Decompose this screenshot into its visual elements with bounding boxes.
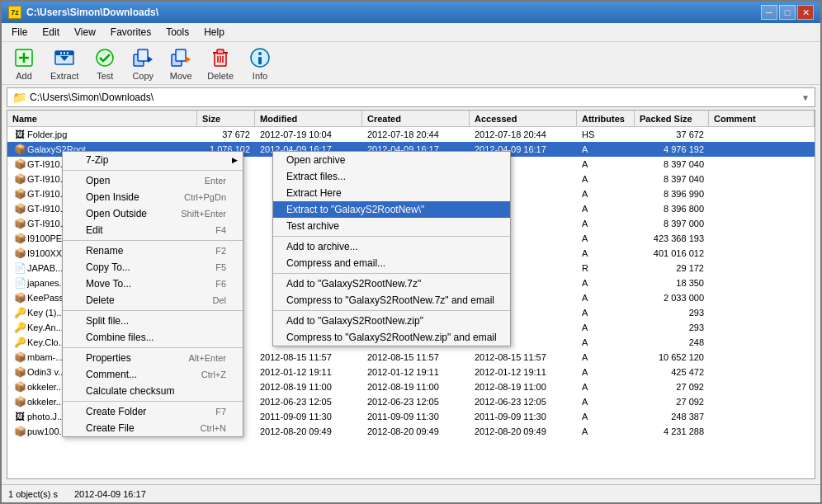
toolbar: Add Extract Test [2, 42, 820, 85]
file-comment [709, 223, 815, 224]
file-icon: 🖼 [12, 409, 27, 424]
main-window: 7z C:\Users\Simon\Downloads\ ─ □ ✕ File … [0, 0, 822, 504]
context-menu-shortcut: Del [212, 295, 226, 305]
col-header-packed[interactable]: Packed Size [635, 111, 709, 126]
context-menu: 7-ZipOpenEnterOpen InsideCtrl+PgDnOpen O… [62, 151, 243, 437]
context-menu-shortcut: F7 [215, 407, 226, 417]
file-packed: 29 172 [635, 262, 709, 274]
file-comment [709, 178, 815, 180]
context-menu-item[interactable]: OpenEnter [63, 172, 243, 189]
close-button[interactable]: ✕ [797, 5, 814, 20]
file-attr: A [577, 426, 635, 437]
submenu-item[interactable]: Extract Here [273, 185, 510, 201]
menu-view[interactable]: View [68, 25, 102, 40]
context-menu-item[interactable]: Calculate checksum [63, 383, 243, 399]
move-label: Move [170, 71, 192, 81]
menu-favorites[interactable]: Favorites [104, 25, 158, 40]
minimize-button[interactable]: ─ [761, 5, 777, 20]
context-menu-item[interactable]: Comment...Ctrl+Z [63, 366, 243, 383]
context-menu-item[interactable]: Split file... [63, 313, 243, 329]
context-menu-item[interactable]: Combine files... [63, 329, 243, 346]
file-comment [709, 193, 815, 195]
file-comment [709, 401, 815, 403]
address-dropdown-icon[interactable]: ▼ [801, 93, 810, 102]
menu-edit[interactable]: Edit [35, 25, 66, 40]
col-header-size[interactable]: Size [197, 111, 255, 126]
test-button[interactable]: Test [87, 44, 122, 83]
table-row[interactable]: 🖼Folder.jpg 37 672 2012-07-19 10:04 2012… [7, 127, 815, 142]
context-menu-item[interactable]: 7-Zip [63, 152, 243, 168]
extract-icon [53, 46, 76, 69]
submenu-item[interactable]: Add to "GalaxyS2RootNew.7z" [273, 276, 510, 292]
submenu-item-label: Add to "GalaxyS2RootNew.7z" [286, 278, 421, 290]
submenu-item[interactable]: Test archive [273, 218, 510, 234]
context-menu-item[interactable]: Move To...F6 [63, 276, 243, 292]
context-menu-separator [63, 347, 243, 348]
file-modified: 2011-09-09 11:30 [255, 411, 362, 422]
submenu-item[interactable]: Extract to "GalaxyS2RootNew\" [273, 201, 510, 218]
context-menu-item[interactable]: Copy To...F5 [63, 259, 243, 276]
window-controls: ─ □ ✕ [761, 5, 814, 20]
submenu-item[interactable]: Compress to "GalaxyS2RootNew.zip" and em… [273, 329, 510, 346]
file-created: 2012-06-23 12:05 [362, 396, 470, 407]
context-menu-item-label: Open Inside [86, 191, 139, 203]
submenu-item[interactable]: Extract files... [273, 168, 510, 185]
info-label: Info [253, 71, 267, 81]
submenu-item[interactable]: Open archive [273, 152, 510, 168]
status-date: 2012-04-09 16:17 [74, 489, 146, 499]
file-comment [709, 297, 815, 299]
context-menu-item[interactable]: DeleteDel [63, 292, 243, 309]
context-menu-item[interactable]: Open OutsideShift+Enter [63, 205, 243, 222]
menu-file[interactable]: File [5, 25, 34, 40]
context-menu-item-label: Open Outside [86, 208, 147, 219]
context-menu-item[interactable]: RenameF2 [63, 243, 243, 259]
file-packed: 8 396 990 [635, 188, 709, 200]
file-modified: 2012-08-15 11:57 [255, 351, 362, 363]
info-button[interactable]: Info [243, 44, 277, 83]
file-modified: 2012-08-20 09:49 [255, 426, 362, 437]
svg-rect-14 [176, 49, 186, 61]
file-icon: 📦 [12, 172, 27, 186]
submenu-item[interactable]: Compress and email... [273, 255, 510, 271]
context-menu-item-label: 7-Zip [86, 154, 108, 166]
file-packed: 2 033 000 [635, 292, 709, 304]
context-menu-item[interactable]: Create FileCtrl+N [63, 420, 243, 436]
svg-rect-24 [258, 57, 262, 64]
file-comment [709, 267, 815, 269]
context-menu-item[interactable]: Create FolderF7 [63, 403, 243, 420]
col-header-attributes[interactable]: Attributes [577, 111, 635, 126]
copy-icon [131, 46, 154, 69]
file-attr: A [577, 173, 635, 185]
svg-rect-11 [138, 49, 148, 61]
context-menu-item[interactable]: EditF4 [63, 222, 243, 238]
col-header-name[interactable]: Name [7, 111, 197, 126]
move-button[interactable]: Move [163, 44, 198, 83]
add-button[interactable]: Add [7, 44, 41, 83]
file-attr: A [577, 203, 635, 214]
submenu-item[interactable]: Add to archive... [273, 238, 510, 255]
file-modified: 2012-08-19 11:00 [255, 381, 362, 393]
extract-button[interactable]: Extract [45, 44, 84, 83]
file-attr: A [577, 158, 635, 170]
file-packed: 4 976 192 [635, 144, 709, 155]
col-header-modified[interactable]: Modified [255, 111, 362, 126]
maximize-button[interactable]: □ [779, 5, 796, 20]
file-attr: A [577, 277, 635, 289]
file-packed: 37 672 [635, 129, 709, 140]
menu-tools[interactable]: Tools [159, 25, 196, 40]
delete-button[interactable]: Delete [201, 44, 239, 83]
copy-button[interactable]: Copy [125, 44, 160, 83]
submenu-item[interactable]: Add to "GalaxyS2RootNew.zip" [273, 313, 510, 329]
col-header-comment[interactable]: Comment [709, 111, 815, 126]
context-menu-item[interactable]: Open InsideCtrl+PgDn [63, 189, 243, 205]
file-packed: 8 397 000 [635, 218, 709, 229]
context-menu-item-label: Rename [86, 245, 123, 257]
menu-help[interactable]: Help [197, 25, 231, 40]
context-menu-item[interactable]: PropertiesAlt+Enter [63, 350, 243, 366]
file-attr: R [577, 262, 635, 274]
file-comment [709, 386, 815, 388]
submenu-item[interactable]: Compress to "GalaxyS2RootNew.7z" and ema… [273, 292, 510, 309]
file-comment [709, 356, 815, 358]
col-header-accessed[interactable]: Accessed [470, 111, 577, 126]
col-header-created[interactable]: Created [362, 111, 470, 126]
